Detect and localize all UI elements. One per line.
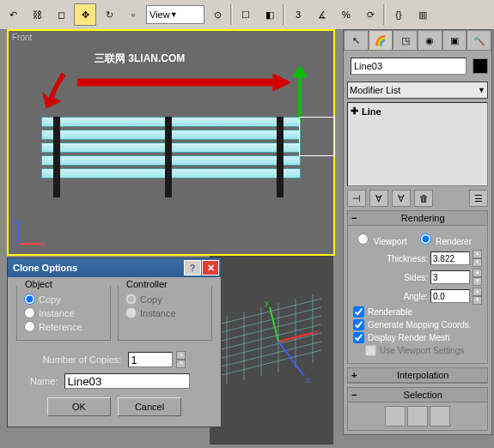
thickness-spinner[interactable]: ▲▼ bbox=[473, 250, 482, 267]
useviewport-check: Use Viewport Settings bbox=[353, 345, 482, 356]
sides-spinner[interactable]: ▲▼ bbox=[473, 269, 482, 286]
renderable-check[interactable]: Renderable bbox=[353, 306, 482, 318]
svg-text:z: z bbox=[14, 216, 18, 225]
rendering-rollout: −Rendering Viewport Renderer Thickness:▲… bbox=[347, 210, 488, 364]
ref-coord-dropdown[interactable]: View▼ bbox=[146, 5, 204, 24]
bench-leg bbox=[53, 117, 60, 197]
watermark-text: 三联网 3LIAN.COM bbox=[95, 51, 185, 66]
expand-icon: ✚ bbox=[351, 106, 358, 117]
hierarchy-icon: ◳ bbox=[401, 35, 410, 46]
spline-subobj-button[interactable] bbox=[430, 406, 450, 427]
utilities-tab[interactable]: 🔨 bbox=[467, 30, 491, 51]
cancel-button[interactable]: Cancel bbox=[118, 397, 181, 416]
toolbar-sep bbox=[383, 4, 386, 25]
pivot-button[interactable]: ⊙ bbox=[206, 3, 229, 26]
dialog-titlebar[interactable]: Clone Options ? ✕ bbox=[8, 258, 221, 277]
axis-gizmo-icon: x y z bbox=[265, 299, 319, 384]
sides-label: Sides: bbox=[404, 273, 428, 282]
help-button[interactable]: ? bbox=[184, 260, 201, 275]
undo-button[interactable]: ↶ bbox=[2, 3, 24, 26]
close-button[interactable]: ✕ bbox=[202, 260, 219, 275]
keymode-button[interactable]: ◧ bbox=[259, 3, 281, 26]
sides-input[interactable] bbox=[430, 270, 470, 284]
mirror-button[interactable]: ▥ bbox=[412, 3, 434, 26]
percent-snap-button[interactable]: % bbox=[335, 3, 357, 26]
perspective-viewport[interactable]: x y z bbox=[210, 256, 333, 445]
angle-snap-button[interactable]: ∡ bbox=[311, 3, 333, 26]
rotate-button[interactable]: ↻ bbox=[98, 3, 120, 26]
object-name-field[interactable]: Line03 bbox=[351, 58, 467, 75]
genmap-check[interactable]: Generate Mapping Coords. bbox=[353, 319, 482, 330]
manip-button[interactable]: ☐ bbox=[235, 3, 257, 26]
create-tab[interactable]: ↖ bbox=[344, 30, 369, 51]
svg-text:z: z bbox=[306, 376, 310, 384]
controller-group: Controller Copy Instance bbox=[118, 286, 212, 341]
display-tab[interactable]: ▣ bbox=[442, 30, 467, 51]
name-input[interactable] bbox=[64, 373, 190, 389]
viewport-radio[interactable]: Viewport bbox=[353, 231, 407, 246]
angle-input[interactable] bbox=[430, 289, 470, 303]
front-viewport[interactable]: Front 三联网 3LIAN.COM x z bbox=[7, 29, 335, 256]
ctrl-copy-radio: Copy bbox=[125, 294, 204, 305]
viewport-label: Front bbox=[12, 33, 32, 42]
toolbar-sep bbox=[230, 4, 233, 25]
display-icon: ▣ bbox=[450, 35, 459, 46]
name-label: Name: bbox=[30, 376, 58, 386]
object-group-label: Object bbox=[22, 279, 55, 289]
thickness-input[interactable] bbox=[430, 251, 470, 265]
hierarchy-tab[interactable]: ◳ bbox=[393, 30, 418, 51]
scale-button[interactable]: ▫ bbox=[122, 3, 144, 26]
name-row: Name: bbox=[16, 373, 212, 389]
numcopies-spinner[interactable]: ▲▼ bbox=[176, 351, 186, 368]
snap-button[interactable]: 3 bbox=[287, 3, 309, 26]
controller-group-label: Controller bbox=[124, 279, 170, 289]
axis-tripod-icon: x z bbox=[12, 216, 46, 251]
segment-subobj-button[interactable] bbox=[407, 406, 428, 427]
reference-radio[interactable]: Reference bbox=[24, 321, 103, 332]
spinner-snap-button[interactable]: ⟳ bbox=[359, 3, 381, 26]
pin-stack-button[interactable]: ⊣ bbox=[347, 190, 366, 207]
clone-options-dialog: Clone Options ? ✕ Object Copy Instance R… bbox=[7, 257, 222, 427]
bench-leg bbox=[277, 117, 284, 197]
disprender-check[interactable]: Display Render Mesh bbox=[353, 332, 482, 343]
angle-spinner[interactable]: ▲▼ bbox=[473, 288, 482, 305]
main-toolbar: ↶ ⛓ ◻ ✥ ↻ ▫ View▼ ⊙ ☐ ◧ 3 ∡ % ⟳ {} ▥ bbox=[0, 0, 494, 30]
modifier-list-dropdown[interactable]: Modifier List▼ bbox=[347, 82, 488, 99]
link-button[interactable]: ⛓ bbox=[26, 3, 48, 26]
bench-leg bbox=[165, 117, 172, 197]
command-tabs: ↖ 🌈 ◳ ◉ ▣ 🔨 bbox=[344, 30, 491, 51]
wireframe-mesh: x y z bbox=[210, 256, 333, 445]
rendering-header[interactable]: −Rendering bbox=[348, 211, 487, 226]
modify-tab[interactable]: 🌈 bbox=[369, 30, 393, 51]
vertex-subobj-button[interactable] bbox=[385, 406, 406, 427]
ok-button[interactable]: OK bbox=[47, 397, 111, 416]
numcopies-input[interactable] bbox=[128, 352, 173, 367]
angle-label: Angle: bbox=[404, 292, 428, 301]
show-end-button[interactable]: ∀ bbox=[369, 190, 388, 207]
configure-sets-button[interactable]: ☰ bbox=[469, 190, 488, 207]
named-sel-button[interactable]: {} bbox=[387, 3, 410, 26]
instance-radio[interactable]: Instance bbox=[24, 307, 103, 318]
modify-icon: 🌈 bbox=[375, 35, 387, 46]
motion-icon: ◉ bbox=[425, 35, 434, 46]
selection-header[interactable]: −Selection bbox=[348, 388, 487, 403]
dialog-title: Clone Options bbox=[13, 263, 77, 273]
stack-item-line[interactable]: ✚Line bbox=[351, 106, 485, 117]
object-group: Object Copy Instance Reference bbox=[16, 286, 111, 341]
select-region-button[interactable]: ◻ bbox=[50, 3, 72, 26]
copy-radio[interactable]: Copy bbox=[24, 294, 103, 305]
svg-text:y: y bbox=[265, 299, 269, 307]
object-color-swatch[interactable] bbox=[473, 58, 488, 74]
make-unique-button[interactable]: ∀ bbox=[392, 190, 411, 207]
svg-text:x: x bbox=[314, 328, 319, 336]
remove-mod-button[interactable]: 🗑 bbox=[414, 190, 433, 207]
red-arrow-down-icon bbox=[36, 69, 70, 112]
move-button[interactable]: ✥ bbox=[74, 3, 96, 26]
thickness-label: Thickness: bbox=[387, 254, 428, 263]
interpolation-header[interactable]: +Interpolation bbox=[348, 368, 487, 383]
svg-text:x: x bbox=[41, 240, 46, 249]
modifier-stack[interactable]: ✚Line bbox=[347, 102, 488, 186]
numcopies-label: Number of Copies: bbox=[43, 354, 122, 365]
renderer-radio[interactable]: Renderer bbox=[416, 231, 472, 246]
motion-tab[interactable]: ◉ bbox=[418, 30, 442, 51]
